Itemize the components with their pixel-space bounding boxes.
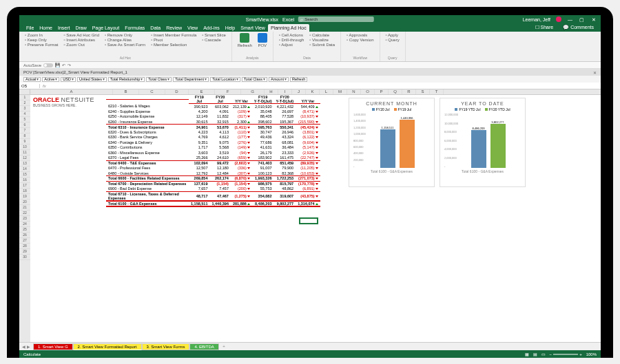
col-header[interactable]: T (430, 89, 444, 94)
table-row[interactable]: 6360 - Miscellaneous Expense3,6033,519(9… (106, 150, 320, 156)
table-row[interactable]: 6470 - Professional Fees12,50712,180(336… (106, 166, 320, 171)
row-header[interactable]: 2 (19, 100, 30, 106)
ribbon-btn-cascade[interactable]: ▫ Cascade (200, 38, 227, 42)
table-row[interactable]: 6900 - Bad Debt Expense7,6577,457(200)55… (106, 186, 320, 192)
row-header[interactable]: 12 (19, 156, 30, 161)
grid[interactable]: 1234567891011121314151617181920212223242… (19, 95, 601, 342)
row-header[interactable]: 22 (19, 211, 30, 216)
row-header[interactable]: 10 (19, 144, 30, 150)
filter-chip-united-states[interactable]: United States▾ (77, 77, 107, 82)
zoom-in-icon[interactable]: + (579, 352, 582, 356)
view-normal-icon[interactable]: ▦ (525, 352, 529, 356)
row-header[interactable]: 19 (19, 194, 30, 200)
menu-tab-smart-view[interactable]: Smart View (238, 24, 268, 32)
filter-chip-total-department[interactable]: Total Department▾ (173, 77, 209, 82)
col-header[interactable]: R (402, 89, 416, 94)
table-row[interactable]: 6320 - Dues & Subscriptions4,2234,113(11… (106, 129, 320, 135)
close-button[interactable]: ✕ (590, 17, 597, 23)
minimize-button[interactable]: — (567, 17, 573, 23)
row-header[interactable]: 13 (19, 161, 30, 167)
ribbon-btn-pivot[interactable]: ▫ Pivot (149, 38, 198, 42)
table-row[interactable]: Total 6100 - G&A Expenses1,158,5111,440,… (106, 201, 320, 206)
col-header[interactable]: O (361, 89, 375, 94)
ribbon-btn-drill-through[interactable]: ▫ Drill-through (278, 38, 305, 42)
filter-chip-total-location[interactable]: Total Location▾ (210, 77, 240, 82)
col-header[interactable]: F (215, 89, 241, 94)
ribbon-btn-visualize[interactable]: ▫ Visualize (308, 38, 336, 42)
ribbon-btn-insert-member-formula[interactable]: ▫ Insert Member Formula (149, 33, 198, 37)
filter-chip-total-relationship[interactable]: Total Relationship▾ (108, 77, 145, 82)
table-row[interactable]: 6260 - Insurance Expense30,61532,9152,30… (106, 119, 320, 125)
col-header[interactable]: E (189, 89, 215, 94)
col-header[interactable]: G (241, 89, 265, 94)
ribbon-btn-smart-slice[interactable]: ▫ Smart Slice (200, 33, 227, 37)
menu-tab-view[interactable]: View (185, 24, 200, 32)
row-header[interactable]: 21 (19, 205, 30, 211)
save-icon[interactable]: 💾 (55, 63, 60, 67)
row-header[interactable]: 29 (19, 249, 30, 255)
row-header[interactable]: 26 (19, 233, 30, 238)
col-header[interactable]: C (139, 89, 165, 94)
autosave-toggle[interactable] (43, 63, 53, 67)
row-header[interactable]: 1 (19, 95, 30, 100)
row-header[interactable]: 28 (19, 244, 30, 249)
row-header[interactable]: 6 (19, 122, 30, 128)
col-header[interactable]: J (292, 89, 306, 94)
row-header[interactable]: 14 (19, 167, 30, 172)
row-header[interactable]: 27 (19, 238, 30, 244)
ribbon-btn-copy-version[interactable]: ▫ Copy Version (345, 38, 375, 42)
menu-tab-review[interactable]: Review (163, 24, 185, 32)
redo-icon[interactable]: ↷ (68, 63, 71, 67)
col-header[interactable]: N (347, 89, 361, 94)
row-header[interactable]: 11 (19, 150, 30, 156)
col-header[interactable]: A (30, 89, 113, 94)
ribbon-btn-zoom-out[interactable]: ▫ Zoom Out (62, 43, 100, 47)
ribbon-btn-save-ad-hoc-grid[interactable]: ▫ Save Ad Hoc Grid (62, 33, 100, 37)
row-header[interactable]: 5 (19, 117, 30, 122)
menu-tab-add-ins[interactable]: Add-ins (200, 24, 223, 32)
menu-tab-data[interactable]: Data (147, 24, 163, 32)
undo-icon[interactable]: ↶ (62, 63, 65, 67)
col-header[interactable]: M (333, 89, 347, 94)
menu-tab-planning-ad-hoc[interactable]: Planning Ad Hoc (268, 24, 309, 32)
col-header[interactable]: P (375, 89, 389, 94)
ribbon-btn-refresh[interactable]: Refresh (236, 33, 254, 47)
user-name[interactable]: Leeman, Jeff (523, 17, 550, 22)
row-header[interactable]: 18 (19, 189, 30, 194)
ribbon-btn-change-alias[interactable]: ▫ Change Alias (103, 38, 147, 42)
row-header[interactable]: 25 (19, 227, 30, 233)
ribbon-btn-pov[interactable]: POV (256, 33, 269, 47)
col-header[interactable]: L (320, 89, 333, 94)
ribbon-btn-member-selection[interactable]: ▫ Member Selection (149, 43, 198, 47)
pov-close-icon[interactable]: ✕ (593, 70, 597, 75)
filter-chip-refresh[interactable]: Refresh (290, 77, 307, 82)
sheet-tab[interactable]: 4. EBITDA (189, 343, 218, 350)
row-header[interactable]: 15 (19, 172, 30, 178)
col-header[interactable]: I (278, 89, 292, 94)
col-header[interactable]: K (306, 89, 320, 94)
row-header[interactable]: 4 (19, 111, 30, 117)
filter-chip-usd[interactable]: USD▾ (61, 77, 76, 82)
table-row[interactable]: 6340 - Postage & Delivery9,3519,075(276)… (106, 140, 320, 145)
ribbon-btn-zoom-in[interactable]: ▫ Zoom In (23, 33, 59, 37)
ribbon-btn-calculate[interactable]: ▫ Calculate (308, 33, 336, 37)
filter-chip-actual[interactable]: Actual▾ (23, 77, 41, 82)
row-header[interactable]: 9 (19, 139, 30, 144)
ribbon-btn-adjust[interactable]: ▫ Adjust (278, 43, 305, 47)
table-row[interactable]: Total 6400 - T&E Expenses102,09499,472(2… (106, 160, 320, 166)
ribbon-btn-apply[interactable]: ▫ Apply (384, 33, 401, 37)
menu-tab-insert[interactable]: Insert (55, 24, 73, 32)
ribbon-btn-query[interactable]: ▫ Query (384, 38, 401, 42)
ribbon-btn-approvals[interactable]: ▫ Approvals (345, 33, 375, 37)
zoom-value[interactable]: 100% (586, 352, 597, 356)
col-header[interactable]: S (416, 89, 430, 94)
table-row[interactable]: Total 6700 - Depreciation Related Expens… (106, 181, 320, 186)
row-header[interactable]: 24 (19, 222, 30, 227)
zoom-slider[interactable]: − + (550, 352, 582, 356)
avatar[interactable] (556, 17, 561, 22)
filter-chip-amount[interactable]: Amount▾ (269, 77, 289, 82)
ribbon-btn-remove-only[interactable]: ▫ Remove Only (103, 33, 147, 37)
fx-icon[interactable]: fx (40, 84, 49, 88)
comments-button[interactable]: 💬 Comments (560, 23, 597, 32)
ribbon-btn-save-as-smart-form[interactable]: ▫ Save As Smart Form (103, 43, 147, 47)
